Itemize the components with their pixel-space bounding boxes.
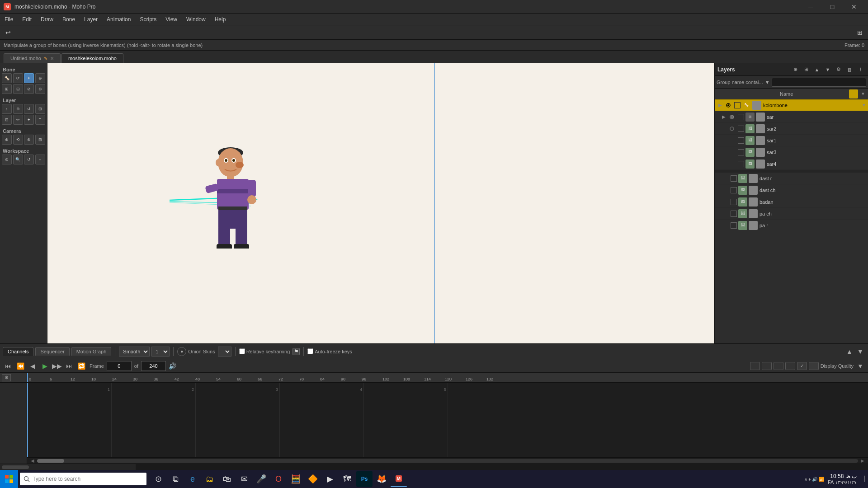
layer-eye-sar[interactable] bbox=[727, 113, 736, 122]
relative-keyframing-input[interactable] bbox=[239, 348, 245, 354]
group-filter-input[interactable] bbox=[772, 78, 866, 87]
layer-check-sar[interactable] bbox=[738, 114, 744, 120]
bone-tool-3[interactable]: ✦ bbox=[24, 73, 34, 83]
taskbar-photoshop[interactable]: Ps bbox=[356, 471, 373, 487]
scroll-thumb[interactable] bbox=[37, 459, 64, 463]
pb-to-end[interactable]: ⏭ bbox=[64, 361, 75, 371]
layer-check-kolombone[interactable] bbox=[734, 102, 741, 108]
tab-channels[interactable]: Channels bbox=[3, 347, 33, 356]
view-mode-3[interactable] bbox=[774, 362, 783, 370]
close-button[interactable]: ✕ bbox=[844, 0, 864, 14]
current-frame-input[interactable]: 0 bbox=[107, 361, 132, 371]
tab-moshkelekolom[interactable]: moshkelekolom.moho bbox=[61, 53, 123, 63]
layer-tool-4[interactable]: ⊞ bbox=[35, 104, 45, 114]
taskbar-firefox[interactable]: 🦊 bbox=[373, 471, 390, 487]
volume-btn[interactable]: 🔊 bbox=[167, 361, 178, 371]
layer-check-sar1[interactable] bbox=[738, 137, 744, 144]
layer-tool-1[interactable]: ↕ bbox=[2, 104, 12, 114]
pb-step-forward[interactable]: ▶▶ bbox=[52, 361, 62, 371]
taskbar-store[interactable]: 🛍 bbox=[219, 471, 235, 487]
layer-row-badan[interactable]: 🖼 badan bbox=[715, 196, 868, 208]
menu-draw[interactable]: Draw bbox=[36, 14, 58, 25]
layer-eye-badan[interactable] bbox=[720, 197, 729, 206]
layers-expand-icon[interactable]: ⟩ bbox=[855, 65, 865, 75]
layer-eye-sar3[interactable] bbox=[727, 148, 736, 157]
auto-freeze-check[interactable]: Auto-freeze keys bbox=[307, 348, 352, 354]
layer-tool-5[interactable]: ⊟ bbox=[2, 115, 12, 125]
minimize-button[interactable]: ─ bbox=[800, 0, 821, 14]
onion-skins-btn[interactable]: ● bbox=[177, 347, 186, 356]
onion-skins-value[interactable]: ▼ bbox=[218, 347, 231, 357]
group-filter-dropdown[interactable]: ▼ bbox=[765, 80, 770, 85]
layer-row-sar2[interactable]: 🖼 sar2 bbox=[715, 123, 868, 135]
auto-freeze-input[interactable] bbox=[307, 348, 313, 354]
tab-close-untitled[interactable]: ✕ bbox=[50, 56, 54, 61]
relative-keyframing-icon[interactable]: ⚑ bbox=[292, 348, 300, 355]
layer-check-badan[interactable] bbox=[731, 199, 737, 205]
bone-tool-7[interactable]: ⊘ bbox=[24, 84, 34, 94]
view-mode-1[interactable] bbox=[750, 362, 760, 370]
show-desktop-btn[interactable]: ▕ bbox=[860, 476, 864, 482]
bone-tool-4[interactable]: ⊕ bbox=[35, 73, 45, 83]
toolbar-layers-right[interactable]: ⊞ bbox=[854, 27, 866, 38]
layer-check-pa-r[interactable] bbox=[731, 222, 737, 229]
menu-animation[interactable]: Animation bbox=[102, 14, 135, 25]
layer-expand-kolombone[interactable]: ▶ bbox=[717, 102, 724, 109]
scroll-right-arrow[interactable]: ▶ bbox=[859, 457, 866, 464]
relative-keyframing-check[interactable]: Relative keyframing bbox=[239, 348, 290, 354]
display-quality-dropdown[interactable]: ▼ bbox=[855, 361, 865, 371]
smooth-value-dropdown[interactable]: 1 bbox=[151, 347, 170, 357]
layer-check-pa-ch[interactable] bbox=[731, 211, 737, 217]
tl-settings-btn[interactable]: ⚙ bbox=[2, 374, 11, 381]
layer-row-pa-r[interactable]: 🖼 pa r bbox=[715, 220, 868, 231]
menu-file[interactable]: File bbox=[0, 14, 18, 25]
layer-eye-dast-r[interactable] bbox=[720, 174, 729, 183]
camera-tool-2[interactable]: ⟲ bbox=[13, 135, 23, 145]
layer-row-sar4[interactable]: 🖼 sar4 bbox=[715, 158, 868, 170]
layer-eye-pa-r[interactable] bbox=[720, 221, 729, 230]
layer-eye-sar4[interactable] bbox=[727, 160, 736, 169]
layer-eye-kolombone[interactable] bbox=[724, 101, 733, 110]
camera-tool-3[interactable]: ⊛ bbox=[24, 135, 34, 145]
menu-help[interactable]: Help bbox=[210, 14, 231, 25]
layer-expand-sar[interactable]: ▶ bbox=[720, 113, 727, 121]
taskbar-search-bar[interactable] bbox=[20, 473, 146, 485]
taskbar-maps[interactable]: 🗺 bbox=[339, 471, 355, 487]
layer-check-dast-r[interactable] bbox=[731, 175, 737, 182]
taskbar-calculator[interactable]: 🧮 bbox=[288, 471, 304, 487]
layer-check-dast-ch[interactable] bbox=[731, 187, 737, 193]
menu-edit[interactable]: Edit bbox=[18, 14, 36, 25]
layers-group-icon[interactable]: ⊞ bbox=[801, 65, 811, 75]
tab-untitled[interactable]: Untitled.moho ✎ ✕ bbox=[4, 53, 61, 63]
layer-check-sar4[interactable] bbox=[738, 161, 744, 167]
tl-expand-btn[interactable]: ▼ bbox=[855, 347, 865, 357]
maximize-button[interactable]: □ bbox=[822, 0, 843, 14]
pb-to-start[interactable]: ⏮ bbox=[3, 361, 14, 371]
layer-tool-3[interactable]: ↺ bbox=[24, 104, 34, 114]
taskbar-app7[interactable]: 🎤 bbox=[253, 471, 269, 487]
toolbar-undo[interactable]: ↩ bbox=[2, 27, 14, 38]
taskbar-edge[interactable]: e bbox=[184, 471, 201, 487]
layers-move-down-icon[interactable]: ▼ bbox=[823, 65, 833, 75]
pb-loop[interactable]: 🔁 bbox=[76, 361, 87, 371]
camera-tool-1[interactable]: ⊕ bbox=[2, 135, 12, 145]
layer-eye-pa-ch[interactable] bbox=[720, 209, 729, 218]
view-mode-2[interactable] bbox=[762, 362, 772, 370]
timeline-tracks-content[interactable]: 1 2 3 4 5 bbox=[27, 383, 868, 457]
tl-collapse-btn[interactable]: ▲ bbox=[844, 347, 854, 357]
layer-row-sar3[interactable]: 🖼 sar3 bbox=[715, 146, 868, 158]
scroll-track[interactable] bbox=[37, 459, 858, 463]
layer-row-dast-r[interactable]: 🖼 dast r bbox=[715, 173, 868, 184]
taskbar-video[interactable]: ▶ bbox=[322, 471, 338, 487]
taskbar-opera[interactable]: O bbox=[270, 471, 287, 487]
layer-eye-sar2[interactable] bbox=[727, 124, 736, 133]
pb-prev-key[interactable]: ⏪ bbox=[15, 361, 26, 371]
bone-tool-1[interactable]: 🦴 bbox=[2, 73, 12, 83]
layer-check-sar2[interactable] bbox=[738, 126, 744, 132]
tab-sequencer[interactable]: Sequencer bbox=[35, 347, 69, 356]
layer-eye-sar1[interactable] bbox=[727, 136, 736, 145]
bone-tool-2[interactable]: ⟳ bbox=[13, 73, 23, 83]
view-check[interactable]: ✓ bbox=[797, 362, 807, 370]
layer-tool-6[interactable]: ✏ bbox=[13, 115, 23, 125]
workspace-tool-1[interactable]: ⊙ bbox=[2, 155, 12, 164]
